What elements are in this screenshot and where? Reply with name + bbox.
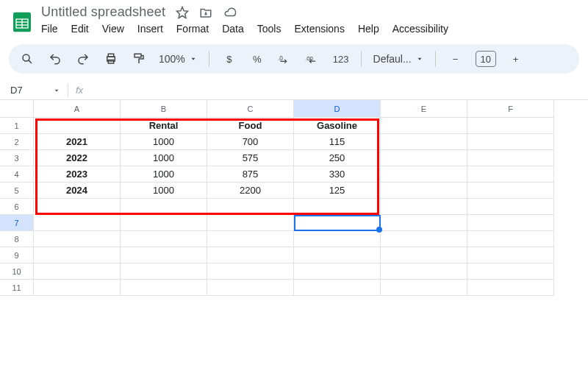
cell-E5[interactable] bbox=[381, 183, 467, 199]
format-123-button[interactable]: 123 bbox=[333, 51, 349, 67]
row-header-4[interactable]: 4 bbox=[0, 166, 34, 183]
cell-A7[interactable] bbox=[34, 215, 121, 231]
cell-C8[interactable] bbox=[207, 231, 294, 247]
cell-C1[interactable]: Food bbox=[207, 118, 294, 134]
cell-E3[interactable] bbox=[381, 150, 467, 166]
col-header-E[interactable]: E bbox=[381, 100, 467, 118]
font-size-increase[interactable]: + bbox=[508, 51, 524, 67]
zoom-select[interactable]: 100% bbox=[159, 53, 197, 65]
menu-data[interactable]: Data bbox=[222, 23, 244, 35]
menu-insert[interactable]: Insert bbox=[137, 23, 163, 35]
menu-format[interactable]: Format bbox=[176, 23, 209, 35]
cell-D1[interactable]: Gasoline bbox=[294, 118, 381, 134]
cell-E2[interactable] bbox=[381, 134, 467, 150]
cell-F3[interactable] bbox=[467, 150, 554, 166]
decrease-decimal-button[interactable]: .0 bbox=[277, 51, 293, 67]
row-header-6[interactable]: 6 bbox=[0, 199, 34, 215]
cell-D3[interactable]: 250 bbox=[294, 150, 381, 166]
cell-D2[interactable]: 115 bbox=[294, 134, 381, 150]
cell-C2[interactable]: 700 bbox=[207, 134, 294, 150]
redo-icon[interactable] bbox=[75, 51, 91, 67]
cell-F7[interactable] bbox=[467, 215, 554, 231]
cell-F9[interactable] bbox=[467, 247, 554, 263]
menu-file[interactable]: File bbox=[41, 23, 58, 35]
cell-A2[interactable]: 2021 bbox=[34, 134, 121, 150]
cell-A1[interactable] bbox=[34, 118, 121, 134]
cell-E11[interactable] bbox=[381, 280, 467, 296]
undo-icon[interactable] bbox=[47, 51, 63, 67]
cell-F10[interactable] bbox=[467, 263, 554, 280]
row-header-1[interactable]: 1 bbox=[0, 118, 34, 134]
cell-A9[interactable] bbox=[34, 247, 121, 263]
col-header-B[interactable]: B bbox=[121, 100, 207, 118]
cell-B9[interactable] bbox=[121, 247, 207, 263]
cell-B6[interactable] bbox=[121, 199, 207, 215]
row-header-10[interactable]: 10 bbox=[0, 263, 34, 280]
menu-edit[interactable]: Edit bbox=[71, 23, 89, 35]
cell-D7[interactable] bbox=[294, 215, 381, 231]
name-box[interactable]: D7 bbox=[6, 85, 50, 96]
row-header-8[interactable]: 8 bbox=[0, 231, 34, 247]
cell-A3[interactable]: 2022 bbox=[34, 150, 121, 166]
cell-C5[interactable]: 2200 bbox=[207, 183, 294, 199]
cell-E4[interactable] bbox=[381, 166, 467, 183]
menu-tools[interactable]: Tools bbox=[257, 23, 282, 35]
cell-A11[interactable] bbox=[34, 280, 121, 296]
cell-F5[interactable] bbox=[467, 183, 554, 199]
cell-C11[interactable] bbox=[207, 280, 294, 296]
cell-D4[interactable]: 330 bbox=[294, 166, 381, 183]
cell-C10[interactable] bbox=[207, 263, 294, 280]
cell-A8[interactable] bbox=[34, 231, 121, 247]
cell-B3[interactable]: 1000 bbox=[121, 150, 207, 166]
cell-F6[interactable] bbox=[467, 199, 554, 215]
cell-C3[interactable]: 575 bbox=[207, 150, 294, 166]
row-header-5[interactable]: 5 bbox=[0, 183, 34, 199]
cell-B7[interactable] bbox=[121, 215, 207, 231]
cell-F11[interactable] bbox=[467, 280, 554, 296]
cell-C6[interactable] bbox=[207, 199, 294, 215]
row-header-2[interactable]: 2 bbox=[0, 134, 34, 150]
cell-A5[interactable]: 2024 bbox=[34, 183, 121, 199]
col-header-D[interactable]: D bbox=[294, 100, 381, 118]
cell-A4[interactable]: 2023 bbox=[34, 166, 121, 183]
row-header-11[interactable]: 11 bbox=[0, 280, 34, 296]
cell-E10[interactable] bbox=[381, 263, 467, 280]
name-box-dropdown-icon[interactable] bbox=[53, 87, 60, 94]
cell-B8[interactable] bbox=[121, 231, 207, 247]
cell-B5[interactable]: 1000 bbox=[121, 183, 207, 199]
menu-extensions[interactable]: Extensions bbox=[294, 23, 344, 35]
cell-C7[interactable] bbox=[207, 215, 294, 231]
cell-D6[interactable] bbox=[294, 199, 381, 215]
search-icon[interactable] bbox=[19, 51, 35, 67]
cell-D8[interactable] bbox=[294, 231, 381, 247]
cell-F8[interactable] bbox=[467, 231, 554, 247]
menu-help[interactable]: Help bbox=[358, 23, 379, 35]
col-header-A[interactable]: A bbox=[34, 100, 121, 118]
cell-E9[interactable] bbox=[381, 247, 467, 263]
print-icon[interactable] bbox=[103, 51, 119, 67]
sheets-logo[interactable] bbox=[7, 7, 37, 37]
cell-E7[interactable] bbox=[381, 215, 467, 231]
doc-title[interactable]: Untitled spreadsheet bbox=[41, 4, 165, 20]
paint-format-icon[interactable] bbox=[131, 51, 147, 67]
font-size-input[interactable]: 10 bbox=[476, 51, 496, 67]
cell-F2[interactable] bbox=[467, 134, 554, 150]
cell-C9[interactable] bbox=[207, 247, 294, 263]
cell-D9[interactable] bbox=[294, 247, 381, 263]
cell-E8[interactable] bbox=[381, 231, 467, 247]
font-family-select[interactable]: Defaul... bbox=[373, 53, 423, 65]
col-header-F[interactable]: F bbox=[467, 100, 554, 118]
percent-button[interactable]: % bbox=[249, 51, 265, 67]
cell-D10[interactable] bbox=[294, 263, 381, 280]
spreadsheet-grid[interactable]: A B C D E F 1 Rental Food Gasoline 2 202… bbox=[0, 100, 588, 296]
increase-decimal-button[interactable]: .00 bbox=[305, 51, 321, 67]
cell-B10[interactable] bbox=[121, 263, 207, 280]
row-header-9[interactable]: 9 bbox=[0, 247, 34, 263]
cell-D11[interactable] bbox=[294, 280, 381, 296]
move-folder-icon[interactable] bbox=[199, 6, 212, 19]
cell-C4[interactable]: 875 bbox=[207, 166, 294, 183]
cell-E6[interactable] bbox=[381, 199, 467, 215]
cell-B2[interactable]: 1000 bbox=[121, 134, 207, 150]
cell-A6[interactable] bbox=[34, 199, 121, 215]
menu-view[interactable]: View bbox=[102, 23, 124, 35]
